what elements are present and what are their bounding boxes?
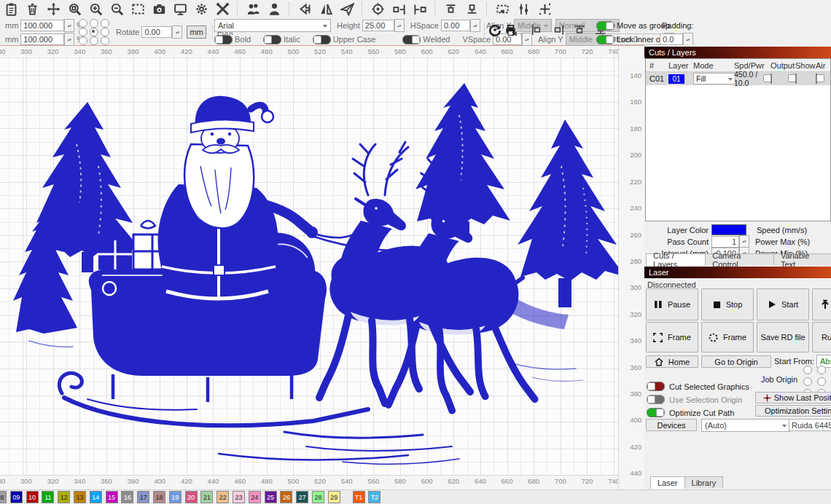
use-selection-toggle[interactable] — [647, 395, 665, 404]
anchor-radio-0[interactable] — [79, 19, 87, 28]
job-origin-radio-0[interactable] — [803, 366, 812, 374]
tab-cuts-layers[interactable]: Cuts / Layers — [646, 253, 706, 266]
frame-circle-button[interactable]: Frame — [701, 322, 754, 353]
frame-rect-button[interactable]: Frame — [646, 322, 698, 353]
height-field[interactable]: 100.000 — [20, 34, 64, 45]
send-button[interactable] — [812, 288, 831, 320]
anchor-radio-1[interactable] — [90, 19, 98, 28]
palette-swatch-20[interactable]: 20 — [185, 491, 198, 503]
devices-button[interactable]: Devices — [646, 419, 697, 431]
job-origin-radio-1[interactable] — [817, 366, 826, 374]
hspace-spinner[interactable]: ▴▾ — [470, 19, 480, 32]
frame-dash-icon[interactable] — [494, 1, 510, 16]
hspace-field[interactable]: 0.00 — [441, 20, 470, 31]
job-origin-radio-3[interactable] — [803, 377, 812, 386]
dock-d-icon[interactable] — [464, 1, 480, 16]
palette-swatch-10[interactable]: 10 — [26, 491, 39, 503]
job-origin-radio-4[interactable] — [817, 377, 826, 386]
palette-swatch-24[interactable]: 24 — [249, 491, 261, 503]
layer-color-swatch[interactable] — [711, 224, 746, 235]
person-icon[interactable] — [266, 1, 282, 16]
padding-spinner[interactable]: ▴▾ — [683, 33, 693, 46]
anchor-radio-4[interactable] — [90, 28, 98, 36]
italic-toggle[interactable] — [263, 35, 281, 44]
home-button[interactable]: Home — [646, 355, 698, 368]
palette-swatch-16[interactable]: 16 — [121, 491, 133, 503]
palette-swatch-26[interactable]: 26 — [280, 491, 292, 503]
tab-laser[interactable]: Laser — [650, 476, 685, 489]
tab-camera-control[interactable]: Camera Control — [705, 253, 774, 265]
layer-air-toggle[interactable] — [816, 74, 817, 84]
stop-button[interactable]: Stop — [701, 288, 754, 320]
palette-swatch-18[interactable]: 18 — [153, 491, 165, 503]
layer-row[interactable]: C01 01 Fill 450.0 / 10.0 — [646, 72, 830, 85]
layer-output-toggle[interactable] — [770, 74, 772, 84]
palette-swatch-09[interactable]: 09 — [10, 491, 23, 503]
save-rd-button[interactable]: Save RD file — [757, 322, 809, 353]
tab-library[interactable]: Library — [684, 476, 724, 488]
align-top-icon[interactable] — [571, 23, 588, 37]
palette-swatch-T2[interactable]: T2 — [368, 491, 381, 503]
zoom-out-icon[interactable] — [109, 1, 125, 16]
palette-swatch-11[interactable]: 11 — [42, 491, 54, 503]
slider-v-icon[interactable] — [515, 1, 531, 16]
palette-swatch-14[interactable]: 14 — [90, 491, 102, 503]
santa-sleigh-artwork[interactable] — [0, 57, 618, 475]
delete-icon[interactable] — [24, 1, 40, 16]
anchor-point-grid[interactable] — [77, 19, 111, 44]
pan-icon[interactable] — [45, 1, 61, 16]
zoom-in-icon[interactable] — [87, 1, 104, 16]
show-last-position-button[interactable]: Show Last Position — [755, 392, 831, 403]
monitor-icon[interactable] — [172, 1, 188, 16]
mirror-h-icon[interactable] — [318, 1, 334, 16]
palette-swatch-27[interactable]: 27 — [296, 491, 308, 503]
bold-toggle[interactable] — [214, 35, 233, 44]
pass-count-field[interactable]: 1 — [711, 236, 739, 248]
anchor-radio-3[interactable] — [79, 28, 87, 36]
uppercase-toggle[interactable] — [313, 35, 331, 44]
anchor-radio-6[interactable] — [79, 36, 87, 45]
palette-swatch-21[interactable]: 21 — [200, 491, 213, 503]
dock-c-icon[interactable] — [442, 1, 459, 16]
sync-icon[interactable] — [487, 23, 503, 37]
run-button[interactable]: Run — [812, 322, 831, 353]
lock-inner-toggle[interactable] — [596, 35, 615, 44]
palette-swatch-12[interactable]: 12 — [58, 491, 70, 503]
width-field[interactable]: 100.000 — [20, 20, 64, 31]
cut-selected-toggle[interactable] — [647, 382, 665, 391]
palette-swatch-22[interactable]: 22 — [216, 491, 229, 503]
tab-variable-text[interactable]: Variable Text — [773, 253, 831, 265]
width-spinner[interactable]: ▴▾ — [64, 19, 74, 32]
optimize-toggle[interactable] — [647, 408, 665, 417]
anchor-radio-7[interactable] — [90, 36, 98, 45]
send-plane-icon[interactable] — [339, 1, 355, 16]
anchor-radio-8[interactable] — [101, 36, 109, 45]
print-cut-icon[interactable] — [503, 23, 519, 37]
dock-a-icon[interactable] — [391, 1, 407, 16]
text-height-field[interactable]: 25.00 — [362, 20, 394, 31]
select-rect-icon[interactable] — [130, 1, 146, 16]
align-left-icon[interactable] — [529, 23, 545, 37]
palette-swatch-23[interactable]: 23 — [233, 491, 245, 503]
tools-icon[interactable] — [214, 1, 230, 16]
camera-icon[interactable] — [151, 1, 167, 16]
height-spinner[interactable]: ▴▾ — [64, 33, 74, 46]
cross-dots-icon[interactable] — [537, 1, 553, 16]
move-as-group-toggle[interactable] — [596, 21, 615, 31]
padding-field[interactable]: 0.0 — [660, 34, 683, 45]
settings-icon[interactable] — [193, 1, 209, 16]
group-icon[interactable] — [245, 1, 261, 16]
go-to-origin-button[interactable]: Go to Origin — [701, 355, 771, 368]
optimization-settings-button[interactable]: Optimization Settings — [755, 405, 831, 417]
align-right-icon[interactable] — [550, 23, 566, 37]
port-auto-dropdown[interactable]: (Auto) — [701, 419, 790, 432]
anchor-radio-2[interactable] — [101, 19, 109, 28]
palette-swatch-19[interactable]: 19 — [169, 491, 182, 503]
palette-swatch-28[interactable]: 28 — [312, 491, 324, 503]
palette-swatch-17[interactable]: 17 — [137, 491, 149, 503]
start-button[interactable]: Start — [757, 288, 809, 320]
layer-show-toggle[interactable] — [795, 74, 797, 84]
flip-arrow-icon[interactable] — [297, 1, 313, 16]
palette-swatch-13[interactable]: 13 — [74, 491, 86, 503]
pause-button[interactable]: Pause — [646, 288, 698, 320]
